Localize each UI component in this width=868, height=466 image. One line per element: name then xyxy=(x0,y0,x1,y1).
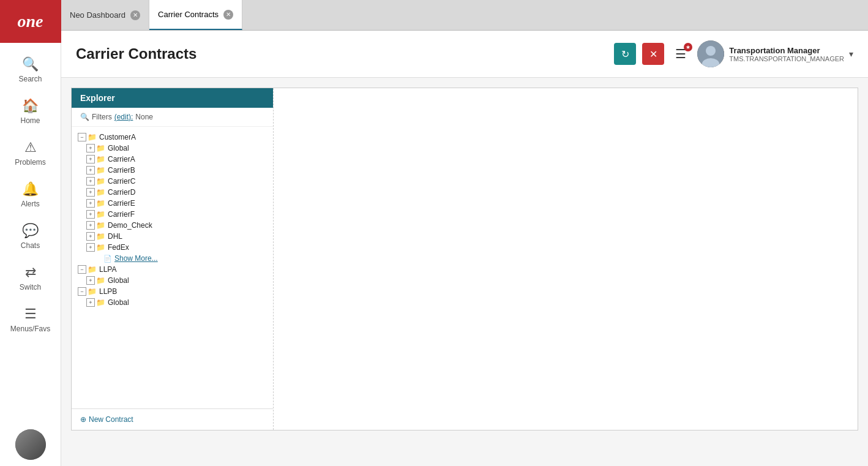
filters-edit-link[interactable]: (edit): xyxy=(114,113,133,121)
tree-label-carrierB: CarrierB xyxy=(108,166,135,175)
tab-neo-dashboard-label: Neo Dashboard xyxy=(70,10,125,20)
folder-icon-llpb-global: 📁 xyxy=(96,298,105,307)
tree-label-customerA-global: Global xyxy=(108,144,129,152)
tree-node-dhl[interactable]: + 📁 DHL xyxy=(72,231,273,242)
alerts-icon: 🔔 xyxy=(22,181,39,197)
tab-neo-dashboard[interactable]: Neo Dashboard ✕ xyxy=(61,0,149,30)
tree-node-customerA[interactable]: − 📁 CustomerA xyxy=(72,132,273,143)
tree-toggle-carrierB[interactable]: + xyxy=(86,166,95,175)
folder-icon-carrierF: 📁 xyxy=(96,210,105,219)
folder-icon-carrierA: 📁 xyxy=(96,155,105,163)
tree-toggle-llpb-global[interactable]: + xyxy=(86,298,95,307)
user-dropdown-arrow[interactable]: ▾ xyxy=(849,49,853,59)
main-area: Neo Dashboard ✕ Carrier Contracts ✕ Carr… xyxy=(61,0,868,466)
tree-node-llpb[interactable]: − 📁 LLPB xyxy=(72,286,273,297)
sidebar-item-home-label: Home xyxy=(20,116,40,125)
tree-node-carrierA[interactable]: + 📁 CarrierA xyxy=(72,154,273,165)
tree-label-llpb-global: Global xyxy=(108,298,129,307)
close-button[interactable]: ✕ xyxy=(642,43,664,65)
new-contract-link[interactable]: ⊕ New Contract xyxy=(80,415,264,424)
problems-icon: ⚠ xyxy=(24,140,37,156)
folder-icon-carrierB: 📁 xyxy=(96,166,105,175)
filters-label: Filters xyxy=(92,113,112,121)
user-avatar xyxy=(697,40,724,67)
tree-label-carrierA: CarrierA xyxy=(108,155,135,163)
tree-toggle-llpa[interactable]: − xyxy=(78,265,86,274)
user-name: Transportation Manager xyxy=(729,46,844,55)
tree-toggle-demo-check[interactable]: + xyxy=(86,221,95,230)
tree-label-carrierE: CarrierE xyxy=(108,199,135,208)
sidebar-item-switch-label: Switch xyxy=(20,283,41,291)
tree-toggle-customerA[interactable]: − xyxy=(78,133,86,141)
tree-toggle-llpb[interactable]: − xyxy=(78,287,86,296)
new-contract-plus: ⊕ xyxy=(80,415,86,424)
tree-node-carrierC[interactable]: + 📁 CarrierC xyxy=(72,176,273,187)
content-area: Carrier Contracts ↻ ✕ ☰ ★ xyxy=(61,31,868,466)
svg-point-1 xyxy=(706,46,716,56)
tree-node-carrierB[interactable]: + 📁 CarrierB xyxy=(72,165,273,176)
tree-node-carrierF[interactable]: + 📁 CarrierF xyxy=(72,209,273,220)
sidebar-item-alerts[interactable]: 🔔 Alerts xyxy=(0,174,61,216)
user-text: Transportation Manager TMS.TRANSPORTATIO… xyxy=(729,46,844,62)
tree-toggle-carrierF[interactable]: + xyxy=(86,210,95,219)
doc-icon-show-more: 📄 xyxy=(103,255,112,263)
sidebar-item-chats[interactable]: 💬 Chats xyxy=(0,216,61,257)
chats-icon: 💬 xyxy=(22,223,39,239)
tree-node-carrierE[interactable]: + 📁 CarrierE xyxy=(72,198,273,209)
user-role: TMS.TRANSPORTATION_MANAGER xyxy=(729,55,844,62)
tree-toggle-llpa-global[interactable]: + xyxy=(86,276,95,285)
page-title: Carrier Contracts xyxy=(76,45,196,62)
explorer-title: Explorer xyxy=(80,93,115,103)
sidebar-item-problems[interactable]: ⚠ Problems xyxy=(0,132,61,174)
tree-node-llpa[interactable]: − 📁 LLPA xyxy=(72,264,273,275)
tree-toggle-customerA-global[interactable]: + xyxy=(86,144,95,152)
sidebar-item-problems-label: Problems xyxy=(15,158,46,167)
folder-icon-carrierE: 📁 xyxy=(96,199,105,208)
filter-icon: 🔍 xyxy=(80,113,89,121)
menu-button[interactable]: ☰ ★ xyxy=(670,44,691,64)
tree-toggle-carrierE[interactable]: + xyxy=(86,199,95,208)
tab-carrier-contracts[interactable]: Carrier Contracts ✕ xyxy=(149,0,242,30)
tree-label-llpa: LLPA xyxy=(99,265,116,274)
tree-label-show-more[interactable]: Show More... xyxy=(114,254,158,263)
explorer-container: Explorer 🔍 Filters (edit): None − 📁 C xyxy=(61,78,868,440)
sidebar-item-home[interactable]: 🏠 Home xyxy=(0,91,61,132)
tree-node-customerA-global[interactable]: + 📁 Global xyxy=(72,143,273,154)
sidebar-item-switch[interactable]: ⇄ Switch xyxy=(0,257,61,299)
folder-icon-customerA: 📁 xyxy=(88,133,97,141)
tree-node-fedex[interactable]: + 📁 FedEx xyxy=(72,242,273,253)
tab-neo-dashboard-close[interactable]: ✕ xyxy=(130,10,140,20)
folder-icon-llpb: 📁 xyxy=(88,287,97,296)
tree-label-dhl: DHL xyxy=(108,232,122,241)
tree-toggle-dhl[interactable]: + xyxy=(86,232,95,241)
tree-toggle-fedex[interactable]: + xyxy=(86,243,95,252)
tab-bar: Neo Dashboard ✕ Carrier Contracts ✕ xyxy=(61,0,868,31)
page-header: Carrier Contracts ↻ ✕ ☰ ★ xyxy=(61,31,868,78)
sidebar-bottom xyxy=(0,429,61,466)
folder-icon-customerA-global: 📁 xyxy=(96,144,105,152)
tab-carrier-contracts-close[interactable]: ✕ xyxy=(223,10,233,20)
tree-label-fedex: FedEx xyxy=(108,243,129,252)
tree-toggle-carrierA[interactable]: + xyxy=(86,155,95,163)
folder-icon-llpa: 📁 xyxy=(88,265,97,274)
tree-node-llpb-global[interactable]: + 📁 Global xyxy=(72,297,273,308)
switch-icon: ⇄ xyxy=(25,265,36,280)
tree-toggle-carrierC[interactable]: + xyxy=(86,177,95,186)
sidebar-item-menus[interactable]: ☰ Menus/Favs xyxy=(0,299,61,340)
tree-node-llpa-global[interactable]: + 📁 Global xyxy=(72,275,273,286)
tree-node-demo-check[interactable]: + 📁 Demo_Check xyxy=(72,220,273,231)
folder-icon-fedex: 📁 xyxy=(96,243,105,252)
folder-icon-carrierC: 📁 xyxy=(96,177,105,186)
sidebar-avatar[interactable] xyxy=(15,429,46,460)
sidebar-item-search[interactable]: 🔍 Search xyxy=(0,49,61,91)
sidebar-item-search-label: Search xyxy=(18,75,42,83)
tree-toggle-carrierD[interactable]: + xyxy=(86,188,95,197)
folder-icon-demo-check: 📁 xyxy=(96,221,105,230)
refresh-button[interactable]: ↻ xyxy=(614,43,636,65)
tree-node-show-more[interactable]: 📄 Show More... xyxy=(72,253,273,264)
tree-node-carrierD[interactable]: + 📁 CarrierD xyxy=(72,187,273,198)
new-contract-label: New Contract xyxy=(89,415,133,424)
app-logo[interactable]: one xyxy=(0,0,61,43)
logo-text: one xyxy=(18,12,43,31)
explorer-sidebar: Explorer 🔍 Filters (edit): None − 📁 C xyxy=(72,88,274,430)
